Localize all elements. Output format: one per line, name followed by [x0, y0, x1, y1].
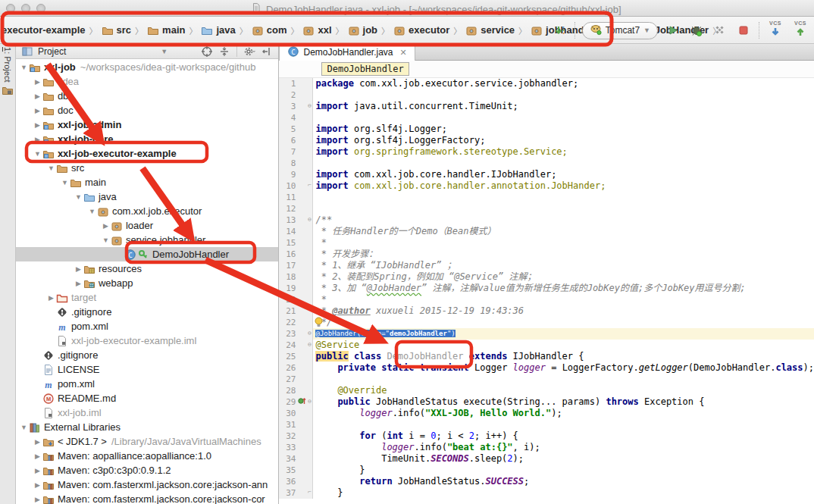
chevron-collapsed-icon[interactable]: ▶: [33, 78, 42, 86]
tree-item-service.jobhandler[interactable]: ▼service.jobhandler: [16, 233, 279, 247]
tree-item-maven-com.fasterxml.jackson.core-jackson-cor[interactable]: ▶Maven: com.fasterxml.jackson.core:jacks…: [16, 492, 279, 504]
vcs-update-button[interactable]: VCS: [766, 20, 784, 41]
chevron-collapsed-icon[interactable]: ▶: [101, 222, 111, 230]
breadcrumb-item-src[interactable]: src: [102, 24, 132, 36]
breadcrumb-item-xxl[interactable]: xxl: [302, 24, 331, 36]
coverage-button[interactable]: [712, 22, 728, 39]
fold-marker-icon[interactable]: ⊖: [306, 328, 313, 340]
tree-item-maven-com.fasterxml.jackson.core-jackson-ann[interactable]: ▶Maven: com.fasterxml.jackson.core:jacks…: [16, 477, 279, 492]
chevron-collapsed-icon[interactable]: ▶: [33, 452, 42, 460]
code-area[interactable]: 1package com.xxl.job.executor.service.jo…: [279, 78, 814, 504]
tree-item-.gitignore[interactable]: .gitignore: [16, 305, 279, 319]
minimize-window-button[interactable]: [21, 4, 30, 13]
breadcrumb-item-executor[interactable]: executor: [393, 24, 449, 36]
tree-item-xxl-job[interactable]: ▼xxl-job~/workspaces/idea-git-workspace/…: [16, 60, 279, 74]
code-text: [313, 419, 814, 430]
scroll-from-source-icon[interactable]: [551, 22, 568, 39]
tree-item-java[interactable]: ▼java: [16, 189, 279, 204]
tree-item--jdk1.7-[interactable]: ▶< JDK1.7 >/Library/Java/JavaVirtualMach…: [16, 434, 279, 449]
chevron-collapsed-icon[interactable]: ▶: [46, 294, 56, 302]
tree-item-xxl-job-core[interactable]: ▶xxl-job-core: [16, 132, 279, 146]
run-button[interactable]: [665, 22, 681, 39]
tree-item-external-libraries[interactable]: ▼External Libraries: [16, 420, 279, 434]
fold-marker-icon[interactable]: ⊖: [306, 101, 313, 112]
tree-item-maven-c3p0-c3p0-0.9.1.2[interactable]: ▶Maven: c3p0:c3p0:0.9.1.2: [16, 463, 279, 477]
tree-item-xxl-job-executor-example.iml[interactable]: xxl-job-executor-example.iml: [16, 333, 279, 348]
chevron-expanded-icon[interactable]: ▼: [19, 64, 29, 71]
tree-item-webapp[interactable]: ▶webapp: [16, 276, 279, 290]
chevron-expanded-icon[interactable]: ▼: [19, 424, 29, 431]
vcs-commit-button[interactable]: VCS: [791, 20, 809, 41]
breadcrumb-item-com[interactable]: com: [252, 24, 287, 36]
chevron-collapsed-icon[interactable]: ▶: [33, 467, 42, 474]
tree-item-.idea[interactable]: ▶.idea: [16, 74, 279, 89]
collapse-all-icon[interactable]: [218, 45, 231, 58]
tree-item-xxl-job-executor-example[interactable]: ▼xxl-job-executor-example: [16, 146, 279, 161]
chevron-expanded-icon[interactable]: ▼: [74, 193, 83, 201]
tree-item-pom.xml[interactable]: mpom.xml: [16, 377, 279, 391]
chevron-expanded-icon[interactable]: ▼: [101, 236, 111, 244]
tree-item-pom.xml[interactable]: mpom.xml: [16, 319, 279, 333]
window-controls: [6, 4, 45, 13]
tree-item-src[interactable]: ▼src: [16, 161, 279, 175]
tree-item-xxl-job-admin[interactable]: ▶xxl-job-admin: [16, 117, 279, 132]
breadcrumb-item-job[interactable]: job: [348, 24, 378, 36]
zoom-window-button[interactable]: [36, 4, 45, 13]
chevron-collapsed-icon[interactable]: ▶: [74, 265, 83, 273]
tree-item-maven-aopalliance-aopalliance-1.0[interactable]: ▶Maven: aopalliance:aopalliance:1.0: [16, 449, 279, 463]
breadcrumb-item-main[interactable]: main: [147, 24, 185, 36]
line-number: 12: [279, 203, 297, 214]
chevron-down-icon[interactable]: ▼: [161, 48, 167, 55]
project-tab-label: 1: Project: [3, 47, 12, 82]
gutter-marker: [297, 78, 306, 89]
tree-item-resources[interactable]: ▶resources: [16, 261, 279, 276]
debug-button[interactable]: [688, 22, 705, 39]
breadcrumb-item-service[interactable]: service: [465, 24, 515, 36]
fold-marker-icon[interactable]: ⌐: [306, 180, 313, 192]
chevron-expanded-icon[interactable]: ▼: [60, 179, 70, 186]
code-line-35: 35 }: [279, 465, 814, 476]
project-tool-window-tab[interactable]: 1: Project: [2, 47, 14, 99]
tree-item-loader[interactable]: ▶loader: [16, 218, 279, 233]
chevron-collapsed-icon[interactable]: ▶: [33, 438, 42, 446]
gear-icon[interactable]: [243, 45, 256, 58]
chevron-collapsed-icon[interactable]: ▶: [33, 121, 42, 129]
chevron-expanded-icon[interactable]: ▼: [46, 164, 56, 172]
tree-item-doc[interactable]: ▶doc: [16, 103, 279, 117]
tree-item-target[interactable]: ▶target: [16, 290, 279, 305]
intention-bulb-icon[interactable]: [314, 317, 324, 327]
chevron-collapsed-icon[interactable]: ▶: [33, 481, 42, 489]
chevron-expanded-icon[interactable]: ▼: [87, 208, 97, 215]
chevron-collapsed-icon[interactable]: ▶: [74, 280, 83, 287]
editor-tab-demojobhandler[interactable]: C DemoJobHandler.java ✕: [279, 44, 415, 61]
chevron-collapsed-icon[interactable]: ▶: [33, 496, 42, 503]
override-marker-icon[interactable]: [297, 396, 306, 408]
tree-item-license[interactable]: LICENSE: [16, 362, 279, 377]
chevron-collapsed-icon[interactable]: ▶: [33, 92, 42, 100]
line-number: 27: [279, 374, 297, 385]
fold-marker-icon[interactable]: ⊖: [306, 340, 313, 351]
fold-marker-icon[interactable]: ⌐: [306, 487, 313, 499]
tree-item-com.xxl.job.executor[interactable]: ▼com.xxl.job.executor: [16, 204, 279, 218]
close-window-button[interactable]: [6, 4, 15, 13]
chevron-right-icon: 〉: [336, 24, 344, 36]
breadcrumb-item-java[interactable]: java: [201, 24, 235, 36]
stop-button[interactable]: [735, 22, 752, 39]
chevron-collapsed-icon[interactable]: ▶: [33, 136, 42, 143]
tree-item-demojobhandler[interactable]: CDemoJobHandler: [16, 247, 279, 261]
chevron-collapsed-icon[interactable]: ▶: [33, 107, 42, 114]
tree-item-xxl-job.iml[interactable]: xxl-job.iml: [16, 405, 279, 420]
tree-item-db[interactable]: ▶db: [16, 89, 279, 103]
fold-marker-icon[interactable]: ⊖: [306, 214, 313, 226]
locate-file-icon[interactable]: [200, 45, 214, 58]
hide-panel-icon[interactable]: [260, 45, 274, 58]
close-tab-icon[interactable]: ✕: [400, 48, 407, 58]
run-configuration-select[interactable]: Tomcat7 ▼: [582, 22, 658, 39]
tree-item-main[interactable]: ▼main: [16, 175, 279, 189]
chevron-expanded-icon[interactable]: ▼: [33, 150, 42, 158]
tree-item-.gitignore[interactable]: .gitignore: [16, 348, 279, 362]
fold-marker-icon[interactable]: ⊖: [306, 396, 313, 408]
breadcrumb-item-executor-example[interactable]: executor-example: [2, 24, 86, 36]
tree-item-readme.md[interactable]: MREADME.md: [16, 391, 279, 405]
line-number: 36: [279, 476, 297, 487]
